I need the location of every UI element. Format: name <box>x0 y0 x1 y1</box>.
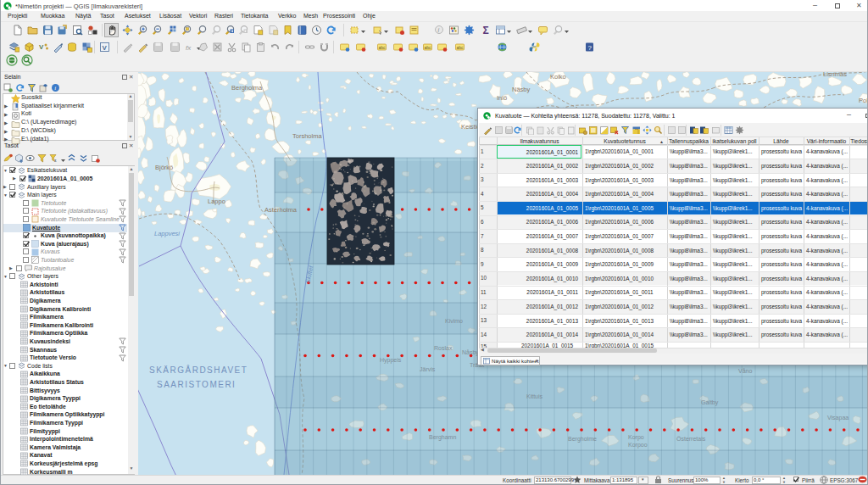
svg-text:Bergholme: Bergholme <box>568 436 597 443</box>
svg-text:Torsholma: Torsholma <box>292 132 322 140</box>
svg-text:abc: abc <box>457 45 465 50</box>
svg-text:Korpoo: Korpoo <box>628 442 648 449</box>
svg-text:Galtby: Galtby <box>701 399 719 406</box>
svg-text:?: ? <box>588 44 593 52</box>
svg-text:Björkö: Björkö <box>155 164 173 171</box>
svg-text:Roslax: Roslax <box>434 345 453 351</box>
svg-text:abc: abc <box>425 45 432 50</box>
svg-text:SAARISTOMERI: SAARISTOMERI <box>157 380 236 389</box>
svg-text:Asterholma: Asterholma <box>264 206 298 214</box>
svg-text:Berghamn: Berghamn <box>429 434 456 441</box>
svg-text:Iniö: Iniö <box>497 94 507 102</box>
svg-text:Våno: Våno <box>738 368 752 374</box>
svg-text:V: V <box>39 43 44 51</box>
svg-text:i: i <box>54 85 56 92</box>
svg-text:Σ: Σ <box>483 25 489 36</box>
svg-text:Kolko: Kolko <box>550 73 566 81</box>
svg-text:V: V <box>103 44 108 52</box>
svg-text:Pol: Pol <box>859 97 868 104</box>
svg-text:Näsby: Näsby <box>512 86 531 93</box>
svg-text:Bergholma: Bergholma <box>231 84 263 92</box>
svg-text:Kivimo: Kivimo <box>445 318 463 324</box>
svg-text:Österretais: Österretais <box>676 436 706 442</box>
svg-text:SKÄRGÅRDSHAVET: SKÄRGÅRDSHAVET <box>149 365 248 375</box>
svg-text:abc: abc <box>379 45 387 50</box>
svg-text:Kittuis: Kittuis <box>526 393 543 399</box>
svg-text:Järvis: Järvis <box>420 366 436 372</box>
svg-text:ε: ε <box>54 158 57 163</box>
svg-text:Lappo: Lappo <box>208 198 225 205</box>
svg-text:Hyppeis: Hyppeis <box>380 357 402 364</box>
svg-text:Korpo: Korpo <box>628 434 644 441</box>
svg-text:Lappvesi: Lappvesi <box>154 230 180 237</box>
svg-text:Lisnmäs: Lisnmäs <box>823 72 847 78</box>
svg-text:Visapaa: Visapaa <box>827 415 849 421</box>
svg-text:fx: fx <box>186 44 192 52</box>
